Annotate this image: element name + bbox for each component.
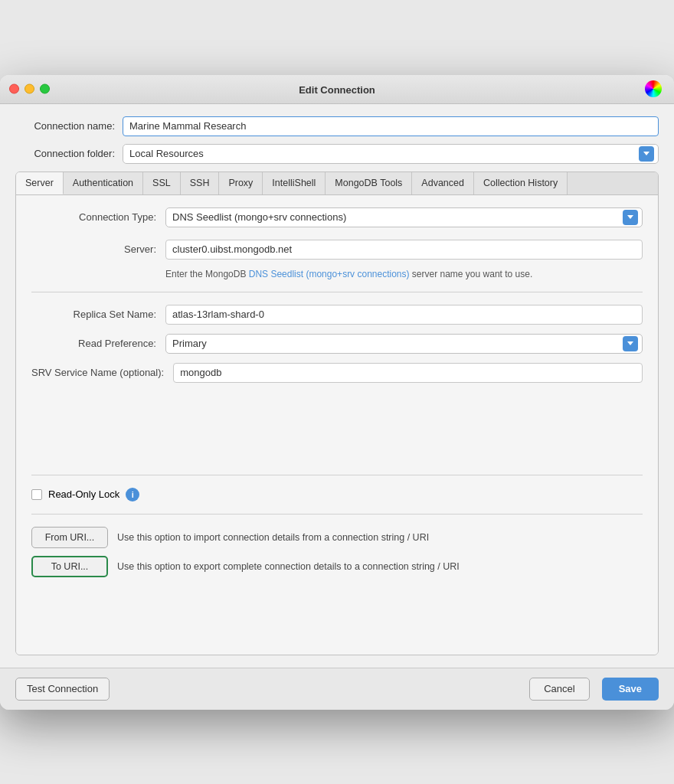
close-button[interactable] [9, 84, 19, 94]
divider-1 [31, 292, 643, 292]
to-uri-button[interactable]: To URI... [31, 556, 108, 577]
readonly-lock-label: Read-Only Lock [48, 488, 119, 500]
from-uri-row: From URI... Use this option to import co… [31, 527, 643, 548]
test-connection-button[interactable]: Test Connection [15, 678, 110, 701]
connection-name-input[interactable] [123, 116, 659, 136]
info-icon[interactable]: i [126, 488, 139, 501]
bottom-bar: Test Connection Cancel Save [0, 668, 674, 710]
tab-proxy[interactable]: Proxy [219, 172, 263, 194]
read-preference-select-wrapper: Primary Primary Preferred Secondary Seco… [165, 334, 643, 354]
tab-mongodb-tools[interactable]: MongoDB Tools [326, 172, 412, 194]
tabs-container: Server Authentication SSL SSH Proxy Inte… [15, 172, 659, 655]
tab-authentication[interactable]: Authentication [64, 172, 143, 194]
connection-folder-select[interactable]: Local Resources [123, 144, 659, 164]
server-label: Server: [31, 243, 165, 255]
server-hint: Enter the MongoDB DNS Seedlist (mongo+sr… [165, 269, 643, 279]
server-input[interactable] [165, 240, 643, 260]
tab-ssh[interactable]: SSH [181, 172, 220, 194]
save-button[interactable]: Save [602, 678, 659, 701]
maximize-button[interactable] [40, 84, 50, 94]
connection-name-row: Connection name: [15, 116, 659, 136]
minimize-button[interactable] [25, 84, 34, 94]
dialog-content: Connection name: Connection folder: Loca… [0, 104, 674, 668]
connection-name-label: Connection name: [15, 120, 123, 132]
from-uri-description: Use this option to import connection det… [117, 532, 429, 543]
dns-seedlist-link[interactable]: DNS Seedlist (mongo+srv connections) [249, 269, 410, 279]
to-uri-description: Use this option to export complete conne… [117, 561, 460, 572]
readonly-lock-checkbox[interactable] [31, 489, 42, 500]
color-wheel-icon [645, 80, 662, 97]
tab-ssl[interactable]: SSL [143, 172, 181, 194]
tab-intelli[interactable]: IntelliShell [263, 172, 326, 194]
tab-advanced[interactable]: Advanced [412, 172, 474, 194]
srv-service-input[interactable] [173, 363, 643, 383]
cancel-button[interactable]: Cancel [529, 678, 589, 701]
tab-server[interactable]: Server [16, 172, 64, 194]
read-preference-label: Read Preference: [31, 338, 165, 349]
uri-section: From URI... Use this option to import co… [31, 527, 643, 577]
from-uri-button[interactable]: From URI... [31, 527, 108, 548]
connection-folder-label: Connection folder: [15, 148, 123, 159]
titlebar: Edit Connection [0, 75, 674, 104]
read-preference-select[interactable]: Primary Primary Preferred Secondary Seco… [165, 334, 643, 354]
server-tab-content: Connection Type: DNS Seedlist (mongo+srv… [16, 195, 658, 655]
server-section: Server: Enter the MongoDB DNS Seedlist (… [31, 240, 643, 279]
connection-type-select[interactable]: DNS Seedlist (mongo+srv connections) Sta… [165, 207, 643, 227]
connection-type-select-wrapper: DNS Seedlist (mongo+srv connections) Sta… [165, 207, 643, 227]
srv-service-row: SRV Service Name (optional): [31, 363, 643, 383]
read-preference-row: Read Preference: Primary Primary Preferr… [31, 334, 643, 354]
connection-type-label: Connection Type: [31, 211, 165, 223]
divider-3 [31, 514, 643, 514]
tab-collection-history[interactable]: Collection History [474, 172, 568, 194]
divider-2 [31, 475, 643, 475]
edit-connection-window: Edit Connection Connection name: Connect… [0, 75, 674, 710]
traffic-lights [9, 84, 50, 94]
window-title: Edit Connection [299, 84, 375, 96]
replica-set-input[interactable] [165, 305, 643, 325]
replica-set-label: Replica Set Name: [31, 309, 165, 320]
connection-folder-select-wrapper: Local Resources [123, 144, 659, 164]
readonly-lock-row: Read-Only Lock i [31, 488, 643, 501]
tabs-bar: Server Authentication SSL SSH Proxy Inte… [16, 172, 658, 195]
connection-type-row: Connection Type: DNS Seedlist (mongo+srv… [31, 207, 643, 227]
srv-service-label: SRV Service Name (optional): [31, 367, 173, 378]
to-uri-row: To URI... Use this option to export comp… [31, 556, 643, 577]
connection-folder-row: Connection folder: Local Resources [15, 144, 659, 164]
server-row: Server: [31, 240, 643, 260]
replica-set-row: Replica Set Name: [31, 305, 643, 325]
